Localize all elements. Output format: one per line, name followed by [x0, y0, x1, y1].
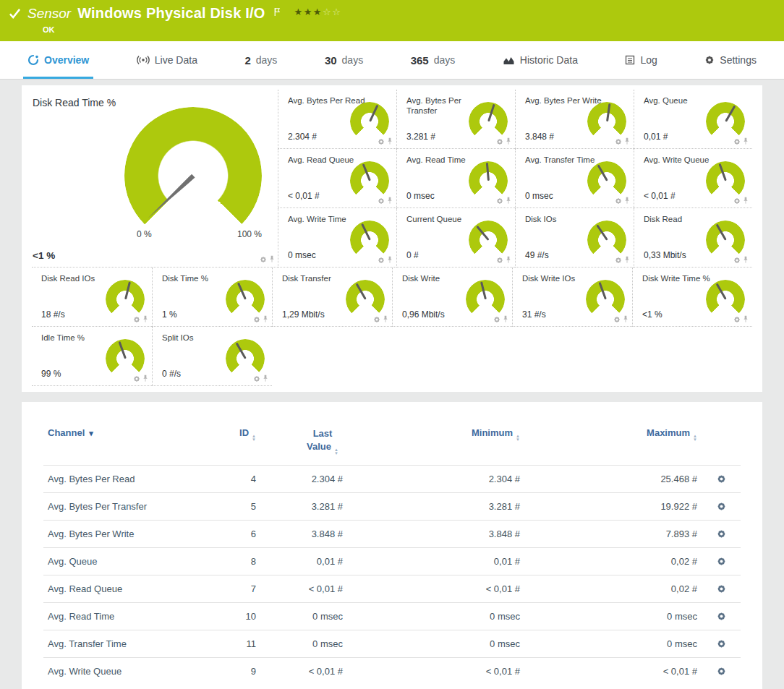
gear-icon[interactable]	[493, 316, 500, 323]
gauge	[587, 161, 626, 200]
col-id[interactable]: ID▲▼	[210, 421, 260, 466]
col-minimum[interactable]: Minimum▲▼	[347, 421, 524, 466]
tab-bar: Overview Live Data 2days 30days 365days …	[0, 41, 784, 80]
pin-icon[interactable]	[506, 256, 511, 264]
pin-icon[interactable]	[743, 137, 749, 145]
tab-historic-data[interactable]: Historic Data	[498, 41, 582, 79]
gear-icon[interactable]	[133, 316, 140, 323]
pin-icon[interactable]	[624, 197, 630, 205]
pin-icon[interactable]	[383, 315, 388, 323]
channel-id: 6	[210, 521, 260, 548]
channel-last-value: 3.848 #	[260, 521, 347, 548]
channel-settings-gear-icon[interactable]	[706, 639, 736, 649]
gear-icon[interactable]	[733, 197, 741, 205]
gauge-cell: Disk Read0,33 Mbit/s	[634, 208, 752, 268]
gear-icon[interactable]	[378, 197, 385, 205]
tab-overview[interactable]: Overview	[23, 41, 93, 79]
gauge-channel-label: Current Queue	[406, 214, 461, 224]
channel-settings-gear-icon[interactable]	[706, 667, 736, 676]
stars-empty: ☆☆	[323, 7, 341, 17]
pin-icon[interactable]	[743, 197, 749, 205]
sensor-type-label: Sensor	[27, 6, 71, 22]
channel-maximum: 25.468 #	[524, 466, 702, 493]
gauge-cell: Avg. Bytes Per Transfer3.281 #	[396, 90, 515, 149]
pin-icon[interactable]	[743, 315, 749, 323]
gauge-value: 0,33 Mbit/s	[644, 250, 686, 260]
pin-icon[interactable]	[263, 375, 268, 382]
gear-icon[interactable]	[496, 257, 503, 264]
pin-icon[interactable]	[387, 256, 393, 264]
pin-icon[interactable]	[624, 137, 630, 145]
pin-icon[interactable]	[142, 315, 148, 323]
tab-365-days[interactable]: 365days	[406, 41, 460, 79]
channel-last-value: < 0,01 #	[260, 658, 347, 685]
pin-icon[interactable]	[503, 315, 508, 323]
gear-icon[interactable]	[615, 257, 622, 264]
col-last-value[interactable]: Last Value▲▼	[260, 421, 347, 466]
tab-settings[interactable]: Settings	[700, 41, 761, 79]
gauge-channel-label: Avg. Read Queue	[288, 155, 354, 165]
channel-last-value: < 0,01 #	[260, 575, 347, 603]
tab-2-days[interactable]: 2days	[240, 41, 281, 79]
channel-name: Avg. Read Time	[43, 603, 210, 630]
gear-icon[interactable]	[373, 316, 380, 323]
pin-icon[interactable]	[506, 197, 511, 205]
gear-icon[interactable]	[496, 138, 503, 145]
gauge	[706, 102, 745, 141]
channel-settings-gear-icon[interactable]	[706, 612, 736, 621]
pin-icon[interactable]	[387, 137, 393, 145]
gauge-channel-label: Avg. Read Time	[406, 155, 466, 165]
channel-settings-gear-icon[interactable]	[706, 557, 736, 566]
pin-icon[interactable]	[623, 315, 629, 323]
main-gauge-value: <1 %	[33, 250, 55, 261]
col-maximum[interactable]: Maximum▲▼	[524, 421, 702, 466]
pin-icon[interactable]	[624, 256, 630, 264]
gauge-value: 1 %	[162, 309, 177, 320]
gear-icon[interactable]	[733, 257, 741, 264]
channels-table: Channel▾ ID▲▼ Last Value▲▼ Minimum▲▼ Max…	[43, 421, 741, 685]
gauge-value: 0 msec	[288, 250, 316, 260]
gear-icon[interactable]	[615, 197, 622, 205]
gear-icon[interactable]	[733, 316, 741, 323]
gauge-cell: Disk Write IOs31 #/s	[512, 268, 632, 327]
table-row: Avg. Read Time100 msec0 msec0 msec	[43, 603, 741, 630]
tab-settings-label: Settings	[720, 54, 757, 66]
tab-live-data[interactable]: Live Data	[132, 41, 202, 79]
sort-icon: ▲▼	[693, 435, 697, 441]
gear-icon[interactable]	[260, 256, 267, 263]
gear-icon[interactable]	[253, 316, 260, 323]
pin-icon[interactable]	[506, 137, 511, 145]
small-gauges-grid: Avg. Bytes Per Read2.304 # Avg. Bytes Pe…	[278, 90, 752, 268]
flag-icon[interactable]	[273, 7, 281, 20]
gear-icon[interactable]	[733, 138, 741, 145]
tab-30-days[interactable]: 30days	[320, 41, 367, 79]
gauge-cell: Disk Time %1 %	[152, 268, 272, 327]
gear-icon[interactable]	[613, 316, 621, 323]
log-icon	[625, 55, 635, 65]
gear-icon[interactable]	[253, 375, 260, 382]
tab-log[interactable]: Log	[621, 41, 661, 79]
pin-icon[interactable]	[263, 315, 268, 323]
channel-settings-gear-icon[interactable]	[706, 502, 736, 511]
gauge	[706, 280, 745, 319]
gauge-value: 0,96 Mbit/s	[402, 309, 445, 320]
channel-settings-gear-icon[interactable]	[706, 584, 736, 594]
gauge-cell: Disk Transfer1,29 Mbit/s	[272, 268, 392, 327]
pin-icon[interactable]	[743, 256, 749, 264]
gear-icon[interactable]	[615, 138, 622, 145]
pin-icon[interactable]	[142, 375, 148, 382]
pin-icon[interactable]	[269, 255, 275, 263]
priority-stars[interactable]: ★★★☆☆	[294, 7, 342, 17]
historic-data-icon	[503, 55, 515, 65]
table-header-row: Channel▾ ID▲▼ Last Value▲▼ Minimum▲▼ Max…	[43, 421, 741, 466]
status-badge: OK	[43, 25, 55, 34]
gear-icon[interactable]	[133, 375, 140, 382]
gear-icon[interactable]	[378, 138, 385, 145]
pin-icon[interactable]	[387, 197, 393, 205]
gear-icon[interactable]	[378, 257, 385, 264]
gear-icon[interactable]	[496, 197, 503, 205]
channel-settings-gear-icon[interactable]	[706, 474, 736, 484]
channel-settings-gear-icon[interactable]	[706, 529, 736, 539]
col-channel[interactable]: Channel▾	[43, 421, 210, 466]
gauge	[106, 339, 145, 378]
